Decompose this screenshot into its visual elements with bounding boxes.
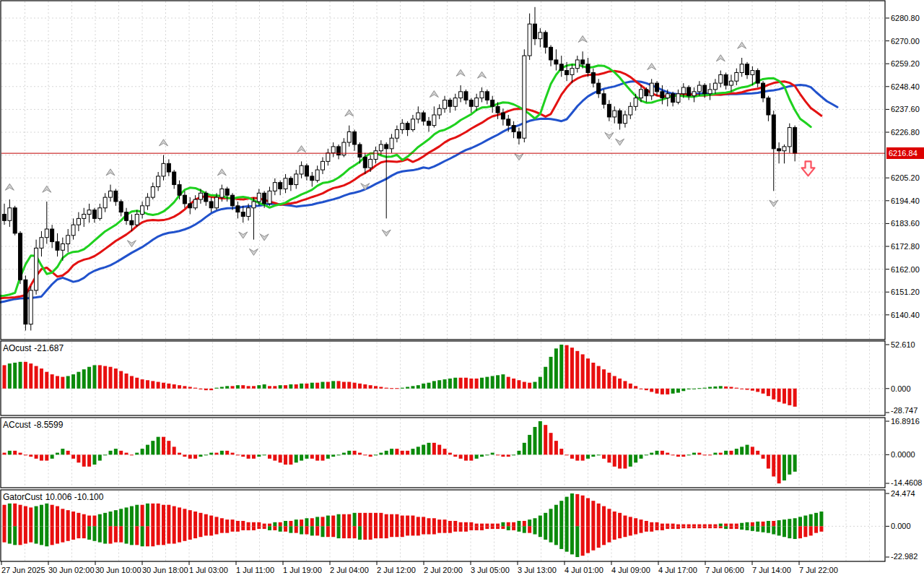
price-axis-label[interactable]: 6194.40 — [891, 197, 920, 205]
time-axis-label[interactable]: 30 Jun 18:00 — [142, 566, 188, 574]
histogram-bar — [448, 453, 452, 455]
price-axis-label[interactable]: 6140.40 — [891, 311, 920, 319]
time-axis-label[interactable]: 3 Jul 13:00 — [518, 566, 557, 574]
candle — [369, 159, 372, 168]
indicator-axis-label[interactable]: 24.474 — [891, 489, 915, 498]
histogram-bar — [623, 381, 627, 388]
histogram-bar — [347, 382, 351, 389]
price-axis-label[interactable]: 6172.80 — [891, 242, 920, 251]
price-axis-label[interactable]: 6248.40 — [891, 82, 920, 91]
time-axis-label[interactable]: 4 Jul 09:00 — [611, 566, 650, 574]
time-axis-label[interactable]: 1 Jul 11:00 — [236, 566, 274, 574]
fractal-up-icon — [217, 169, 226, 176]
candle — [613, 111, 616, 117]
histogram-bar — [740, 389, 744, 389]
price-axis-label[interactable]: 6151.20 — [891, 288, 920, 296]
histogram-bar — [432, 526, 436, 534]
candle — [475, 98, 479, 107]
histogram-bar — [406, 387, 409, 388]
time-axis-label[interactable]: 7 Jul 06:00 — [705, 566, 744, 574]
histogram-bar — [533, 382, 537, 389]
candle — [268, 191, 271, 204]
price-axis-label[interactable]: 6205.20 — [891, 173, 920, 182]
histogram-bar — [263, 384, 266, 389]
histogram-bar — [485, 526, 489, 529]
histogram-bar — [751, 389, 754, 391]
time-axis-label[interactable]: 2 Jul 12:00 — [377, 566, 416, 574]
indicator-axis-label[interactable]: 16.8916 — [891, 417, 920, 426]
histogram-bar — [225, 526, 229, 532]
indicator-axis-label[interactable]: -28.747 — [891, 406, 918, 415]
price-axis-label[interactable]: 6162.00 — [891, 265, 920, 274]
time-axis-label[interactable]: 1 Jul 03:00 — [189, 566, 228, 574]
gator-indicator-name: GatorCust — [3, 492, 43, 502]
time-axis-label[interactable]: 3 Jul 05:00 — [471, 566, 510, 574]
histogram-bar — [650, 389, 653, 392]
indicator-axis-label[interactable]: 0.000 — [891, 384, 911, 393]
chart-canvas[interactable]: 6280.806270.006259.206248.406237.606226.… — [0, 0, 924, 578]
histogram-bar — [231, 386, 235, 388]
histogram-bar — [13, 451, 17, 454]
histogram-bar — [422, 517, 425, 526]
candle — [56, 242, 59, 251]
price-axis-label[interactable]: 6270.00 — [891, 37, 920, 46]
histogram-bar — [167, 441, 170, 454]
candle — [666, 94, 669, 98]
histogram-bar — [437, 526, 441, 532]
time-axis-label[interactable]: 2 Jul 04:00 — [330, 566, 369, 574]
candle — [321, 161, 325, 170]
candle — [703, 85, 707, 94]
histogram-bar — [464, 378, 468, 389]
time-axis-label[interactable]: 27 Jun 2025 — [1, 566, 45, 574]
histogram-bar — [71, 526, 75, 540]
histogram-bar — [798, 526, 802, 538]
price-axis-label[interactable]: 6280.80 — [891, 14, 920, 22]
histogram-bar — [671, 389, 675, 394]
candle — [98, 208, 102, 219]
histogram-bar — [353, 451, 357, 454]
histogram-bar — [512, 379, 515, 389]
candle — [157, 176, 160, 187]
histogram-bar — [507, 522, 510, 527]
time-axis-label[interactable]: 2 Jul 20:00 — [424, 566, 463, 574]
histogram-bar — [279, 454, 282, 462]
histogram-bar — [141, 526, 144, 546]
histogram-bar — [263, 524, 266, 527]
histogram-bar — [326, 516, 330, 527]
time-axis-label[interactable]: 4 Jul 01:00 — [565, 566, 603, 574]
indicator-axis-label[interactable]: 0.000 — [891, 522, 911, 530]
indicator-axis-label[interactable]: -22.982 — [891, 552, 918, 561]
time-axis-label[interactable]: 1 Jul 19:00 — [283, 566, 322, 574]
time-axis-label[interactable]: 4 Jul 17:00 — [658, 566, 697, 574]
ac-indicator-label: ACcust-8.5599 — [3, 420, 66, 430]
time-axis-label[interactable]: 7 Jul 22:00 — [799, 566, 838, 574]
histogram-bar — [655, 526, 659, 530]
ao-indicator-name: AOcust — [3, 343, 31, 353]
histogram-bar — [623, 526, 627, 537]
price-axis-label[interactable]: 6237.60 — [891, 105, 920, 113]
histogram-bar — [300, 454, 303, 460]
histogram-bar — [56, 506, 59, 527]
histogram-bar — [310, 454, 314, 458]
price-axis-label[interactable]: 6183.60 — [891, 219, 920, 228]
price-axis-label[interactable]: 6226.80 — [891, 128, 920, 137]
histogram-bar — [77, 372, 80, 389]
histogram-bar — [703, 525, 707, 527]
time-axis-label[interactable]: 30 Jun 10:00 — [95, 566, 141, 574]
histogram-bar — [401, 526, 404, 537]
candle — [162, 163, 165, 176]
histogram-bar — [453, 526, 457, 531]
indicator-axis-label[interactable]: 52.610 — [891, 340, 915, 349]
histogram-bar — [671, 524, 675, 527]
indicator-axis-label[interactable]: 0.0000 — [891, 450, 915, 459]
time-axis-label[interactable]: 7 Jul 14:00 — [752, 566, 791, 574]
histogram-bar — [491, 376, 494, 388]
histogram-bar — [618, 526, 622, 538]
time-axis-label[interactable]: 30 Jun 02:00 — [48, 566, 95, 574]
histogram-bar — [146, 445, 149, 455]
price-axis-label[interactable]: 6259.20 — [891, 59, 920, 68]
histogram-bar — [756, 526, 759, 531]
histogram-bar — [687, 526, 691, 528]
histogram-bar — [247, 386, 250, 388]
indicator-axis-label[interactable]: -14.4608 — [891, 478, 922, 487]
